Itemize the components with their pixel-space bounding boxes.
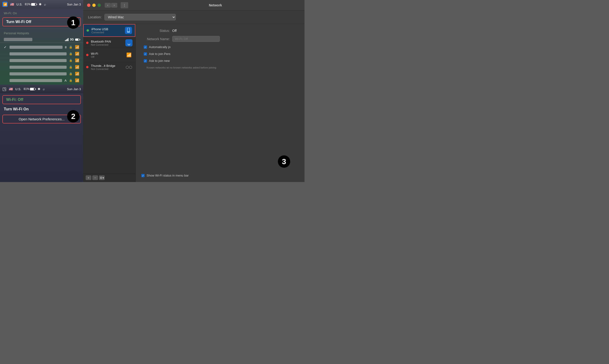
show-wifi-checkbox[interactable]: ✓ [141,174,145,177]
network-name-6 [10,79,62,82]
menu-bar-bottom: ◳ 🇺🇸 U.S. 81% ✱ ⌕ Sun Jan 3 [0,85,83,93]
network-name-row: Network Name: [141,36,299,42]
network-item-2[interactable]: 🔒 📶 [0,51,83,57]
wifi-signal-5: 📶 [75,72,79,76]
lock-icon-5: 🔒 [69,72,73,75]
network-name-5 [10,72,67,75]
iphone-usb-status: Connected [91,31,123,34]
wifi-list-status: Off [91,55,123,58]
minimize-button[interactable] [92,4,96,7]
lock-icon-4: 🔒 [69,65,73,69]
ask-new-label: Ask to join new [149,59,170,63]
us-label: U.S. [16,3,22,6]
personal-hotspots-label: Personal Hotspots [0,29,83,36]
spotlight-icon-2[interactable]: ⌕ [43,87,45,91]
network-suffix-1: 8 [65,45,67,49]
network-detail-panel: Status: Off Network Name: ✓ Automaticall… [136,24,305,182]
wifi-icon[interactable]: 📶 [2,2,8,7]
lock-icon-2: 🔒 [69,52,73,55]
thunderbolt-name: Thunde...lt Bridge [91,64,123,67]
remove-network-button[interactable]: − [92,175,98,180]
us-label-2: U.S. [15,87,21,91]
svg-rect-2 [128,32,129,33]
network-list-sidebar: iPhone USB Connected Bluetooth PAN Not C… [83,24,136,182]
network-item-thunderbolt[interactable]: Thunde...lt Bridge Not Connected ⬡⬡ [83,61,135,73]
window-titlebar: ‹ › ⋮ Network [83,0,305,11]
grid-view-button[interactable]: ⋮ [121,2,128,8]
auto-join-label: Automatically jo [149,45,170,49]
sidebar-controls: + − ⚙▾ [83,173,135,182]
flag-icon-2: 🇺🇸 [9,87,13,91]
flag-icon: 🇺🇸 [10,2,14,6]
network-name-input[interactable] [172,36,220,42]
network-name-1 [10,46,63,49]
known-networks-note: Known networks wi no known networks aske… [141,66,299,69]
auto-join-checkbox[interactable]: ✓ [144,45,147,49]
hotspot-battery [75,39,79,41]
network-preferences-window: ‹ › ⋮ Network Location: Wired Mac iPhone… [83,0,305,182]
bluetooth-pan-status-dot [86,42,89,44]
window-title: Network [130,3,301,7]
menu-bar-top: 📶 🇺🇸 U.S. 81% ✱ ⌕ Sun Jan 3 [0,0,83,9]
add-network-button[interactable]: + [86,175,91,180]
ask-personal-row: ✓ Ask to join Pers [141,52,299,56]
wifi-dropdown-off: Wi-Fi: Off Turn Wi-Fi On Open Network Pr… [0,93,83,182]
bluetooth-pan-name: Bluetooth PAN [91,40,123,43]
badge-3: 3 [278,155,290,168]
networks-list: ✓ 8 🔒 📶 🔒 📶 🔒 📶 🔒 [0,43,83,85]
network-item-bluetooth-pan[interactable]: Bluetooth PAN Not Connected ⍽ [83,37,135,49]
status-value: Off [172,29,177,33]
network-type-3g: 3G [70,38,74,41]
bluetooth-icon-2[interactable]: ✱ [38,87,40,91]
bluetooth-pan-icon: ⍽ [125,39,132,46]
wifi-list-name: Wi-Fi [91,52,123,55]
thunderbolt-icon: ⬡⬡ [125,64,132,71]
nav-buttons: ‹ › [105,3,117,8]
svg-rect-1 [128,28,130,31]
wifi-list-icon: 📶 [125,52,132,59]
thunderbolt-status-dot [86,66,89,68]
battery-percent: 81% [25,3,30,6]
network-action-button[interactable]: ⚙▾ [99,175,105,180]
signal-bars [65,38,68,41]
location-select[interactable]: Wired Mac [104,14,176,20]
network-suffix-6: A [65,79,67,82]
network-item-6[interactable]: A 🔒 📶 [0,77,83,84]
network-item-3[interactable]: 🔒 📶 [0,57,83,64]
hotspot-name-blurred [4,38,32,41]
wifi-dropdown-on: Wi-Fi: On Turn Wi-Fi Off 1 Personal Hots… [0,9,83,85]
iphone-usb-icon [125,27,132,34]
lock-icon-6: 🔒 [69,79,73,82]
zoom-button[interactable] [98,4,101,7]
battery-icon-2 [30,88,35,91]
network-name-label: Network Name: [141,37,170,41]
badge-1: 1 [67,16,79,29]
lock-icon-3: 🔒 [69,59,73,62]
back-button[interactable]: ‹ [105,3,111,8]
wifi-icon-outline[interactable]: ◳ [2,86,6,91]
left-panel: 📶 🇺🇸 U.S. 81% ✱ ⌕ Sun Jan 3 Wi-Fi: On Tu… [0,0,83,182]
network-item-4[interactable]: 🔒 📶 [0,64,83,70]
hotspot-name [4,38,32,41]
network-item-5[interactable]: 🔒 📶 [0,70,83,77]
close-button[interactable] [87,4,91,7]
time-display: Sun Jan 3 [67,3,81,6]
network-main-content: iPhone USB Connected Bluetooth PAN Not C… [83,24,305,182]
network-item-wifi[interactable]: Wi-Fi Off 📶 [83,49,135,61]
iphone-usb-name: iPhone USB [91,27,123,31]
badge-2: 2 [67,110,79,123]
network-item-iphone-usb[interactable]: iPhone USB Connected [83,24,135,37]
wifi-status-label: Wi-Fi: On [0,9,83,16]
ask-personal-checkbox[interactable]: ✓ [144,52,147,56]
bluetooth-icon[interactable]: ✱ [39,2,42,6]
forward-button[interactable]: › [111,3,117,8]
bluetooth-pan-status: Not Connected [91,43,123,46]
network-item-connected[interactable]: ✓ 8 🔒 📶 [0,44,83,51]
spotlight-icon[interactable]: ⌕ [44,2,46,6]
ask-personal-label: Ask to join Pers [149,52,170,56]
wifi-signal-1: 📶 [75,45,79,49]
battery-percent-2: 81% [24,87,29,91]
show-wifi-label: Show Wi-Fi status in menu bar [146,174,189,177]
hotspot-item[interactable]: 3G [0,36,83,43]
ask-new-checkbox[interactable]: ✓ [144,59,147,63]
